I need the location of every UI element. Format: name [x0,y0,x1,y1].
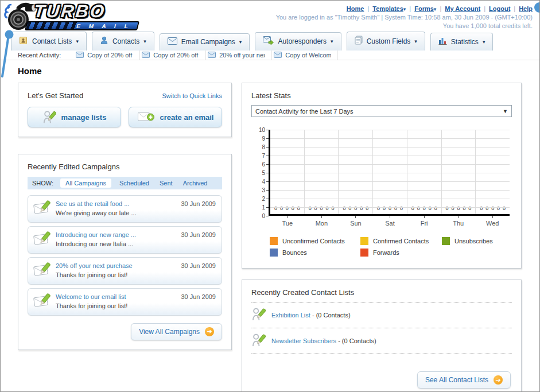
value-label: 0 [491,205,494,211]
top-link-home[interactable]: Home [347,5,364,12]
tab-label: Statistics [451,38,479,46]
link-separator: | [409,5,411,12]
campaign-filter-bar: SHOW: All CampaignsScheduledSentArchived [28,177,222,189]
x-tick-label: Fri [407,216,441,227]
y-tick-label: 2 [262,195,269,202]
y-tick-label: 7 [262,152,269,159]
custom-fields-icon [355,36,363,46]
tab-contact-lists[interactable]: Contact Lists▾ [11,32,87,51]
x-tick-label: Wed [475,216,510,227]
y-tick-label: 6 [262,161,269,168]
y-tick-text: 8 [262,144,265,150]
campaign-card[interactable]: See us at the retail food ...We're givin… [28,195,222,223]
arrow-right-icon: ➔ [205,327,214,336]
top-link-templates[interactable]: Templates ▾ [372,5,406,12]
recent-activity-item[interactable]: Copy of 20% off yo [139,51,205,60]
value-label: 0 [309,205,312,211]
link-separator: | [514,5,515,12]
contact-list-text: Exhibition List - (0 Contacts) [271,312,351,319]
y-tick-text: 10 [259,127,265,133]
contact-list-item: Newsletter Subscribers - (0 Contacts) [251,328,512,354]
campaign-title-link[interactable]: See us at the retail food ... [56,200,176,209]
filter-archived[interactable]: Archived [183,180,208,187]
envelope-icon [142,52,150,59]
top-link-logout[interactable]: Logout [489,5,510,12]
x-tick-label: Sat [373,216,407,227]
chevron-down-icon: ▾ [143,38,146,44]
contact-list-link[interactable]: Exhibition List [271,312,310,319]
tab-label: Contact Lists [32,37,72,45]
campaign-edit-icon [33,231,51,247]
campaign-title-link[interactable]: Welcome to our email list [56,293,176,302]
x-tick-mark [424,216,425,218]
x-tick-mark [492,216,493,218]
link-separator: | [484,5,485,12]
chart-group: 00000 [407,130,442,214]
campaigns-title: Recently Edited Campaigns [28,162,119,171]
view-all-campaigns-button[interactable]: View All Campaigns ➔ [131,323,222,340]
tab-autoresponders[interactable]: Autoresponders▾ [255,32,341,51]
logo-subtitle-bar: E M A I L [25,21,139,30]
tab-statistics[interactable]: Statistics▾ [430,33,494,51]
chart-legend: Unconfirmed ContactsConfirmed ContactsUn… [270,237,510,257]
campaign-title-link[interactable]: Introducing our new range ... [56,231,176,240]
legend-label: Forwards [373,249,399,256]
legend-item: Unconfirmed Contacts [270,237,360,245]
see-all-contact-lists-button[interactable]: See All Contact Lists ➔ [417,371,511,389]
filter-all-campaigns[interactable]: All Campaigns [60,178,111,188]
top-link-help[interactable]: Help [519,5,533,12]
turbo-email-logo: TURBO E M A I L [4,2,138,32]
x-tick-text: Tue [282,220,293,227]
link-separator: | [367,5,369,12]
recent-activity-item[interactable]: Copy of 20% off yo [73,51,139,60]
activity-text: Copy of Welcome to [285,52,331,59]
value-labels: 00000 [271,205,303,211]
campaign-title-link[interactable]: 20% off your next purchase [56,262,176,271]
gridline [270,147,510,148]
chevron-down-icon: ▼ [503,108,508,114]
chevron-down-icon: ▾ [434,6,437,12]
campaign-card[interactable]: Introducing our new range ...Introducing… [28,226,222,254]
tab-custom-fields[interactable]: Custom Fields▾ [347,32,425,51]
value-labels: 00000 [477,205,508,211]
contact-list-items: Exhibition List - (0 Contacts)Newsletter… [251,302,512,354]
x-tick-label: Thu [441,216,476,227]
top-link-forms[interactable]: Forms ▾ [414,5,436,12]
filter-sent[interactable]: Sent [160,180,173,187]
stats-period-select[interactable]: Contact Activity for the Last 7 Days ▼ [251,105,512,117]
x-tick-text: Sun [350,220,362,227]
recent-activity-item[interactable]: 20% off your next p [205,51,271,60]
value-labels: 00000 [443,205,475,211]
value-label: 0 [417,205,420,211]
chart-group: 00000 [305,130,339,214]
chart-group: 00000 [373,130,407,214]
value-label: 0 [423,205,426,211]
campaign-card[interactable]: Welcome to our email listThanks for join… [28,288,222,316]
value-label: 0 [320,205,323,211]
campaign-card[interactable]: 20% off your next purchaseThanks for joi… [28,257,222,285]
legend-label: Unconfirmed Contacts [282,238,345,244]
contacts-icon [100,36,108,46]
recent-activity-item[interactable]: Copy of Welcome to [271,51,337,60]
value-label: 0 [480,205,483,211]
chevron-down-icon: ▾ [414,38,417,44]
recent-activity-bar: Recent Activity: Copy of 20% off yoCopy … [1,51,539,60]
tab-email-campaigns[interactable]: Email Campaigns▾ [160,33,250,51]
help-bubble-icon[interactable] [534,2,540,13]
contact-list-link[interactable]: Newsletter Subscribers [271,337,336,344]
activity-text: Copy of 20% off yo [87,52,133,59]
filter-scheduled[interactable]: Scheduled [119,180,149,187]
gridline [270,138,510,139]
x-tick-text: Sat [385,220,395,227]
top-link-my-account[interactable]: My Account [445,5,480,12]
tab-contacts[interactable]: Contacts▾ [92,32,154,51]
manage-lists-button[interactable]: manage lists [28,107,121,127]
switch-quick-links[interactable]: Switch to Quick Links [162,92,222,99]
x-tick-text: Fri [421,220,428,227]
logo-text: TURBO E M A I L [34,2,138,30]
y-tick-text: 6 [262,161,265,168]
logo-title: TURBO [33,2,139,20]
create-email-button[interactable]: create an email [129,107,222,127]
chevron-down-icon: ▾ [403,6,406,12]
contact-lists-panel: Recently Created Contact Lists Exhibitio… [242,280,522,392]
